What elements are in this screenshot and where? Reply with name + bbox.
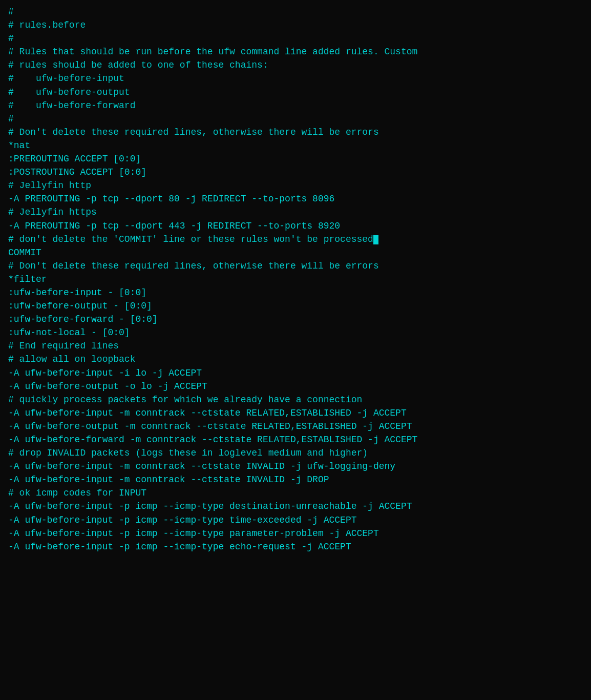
code-line: COMMIT (8, 246, 583, 259)
code-line: -A ufw-before-input -p icmp --icmp-type … (8, 540, 583, 553)
code-line: # rules should be added to one of these … (8, 58, 583, 72)
text-cursor (373, 235, 378, 244)
code-line: :ufw-before-forward - [0:0] (8, 313, 583, 326)
code-line: # Don't delete these required lines, oth… (8, 259, 583, 273)
code-line: *filter (8, 273, 583, 286)
code-line: :PREROUTING ACCEPT [0:0] (8, 152, 583, 166)
code-line: # (8, 112, 583, 126)
code-line: :ufw-not-local - [0:0] (8, 326, 583, 339)
code-line: -A ufw-before-forward -m conntrack --cts… (8, 433, 583, 446)
code-line: -A ufw-before-output -o lo -j ACCEPT (8, 380, 583, 393)
code-line: # (8, 5, 583, 18)
code-line: -A ufw-before-input -m conntrack --ctsta… (8, 460, 583, 473)
code-line: # quickly process packets for which we a… (8, 393, 583, 406)
code-line: # Jellyfin http (8, 179, 583, 192)
code-line: # Jellyfin https (8, 205, 583, 219)
code-line: # ok icmp codes for INPUT (8, 486, 583, 500)
code-line: :ufw-before-input - [0:0] (8, 286, 583, 299)
code-line: -A ufw-before-output -m conntrack --ctst… (8, 420, 583, 433)
code-line: *nat (8, 139, 583, 152)
code-line: # ufw-before-forward (8, 99, 583, 112)
code-line: -A ufw-before-input -p icmp --icmp-type … (8, 527, 583, 540)
code-line: # don't delete the 'COMMIT' line or thes… (8, 233, 583, 246)
code-line: # End required lines (8, 339, 583, 353)
code-line: -A PREROUTING -p tcp --dport 443 -j REDI… (8, 219, 583, 233)
code-line: # ufw-before-output (8, 86, 583, 99)
code-line: :POSTROUTING ACCEPT [0:0] (8, 166, 583, 179)
code-line: -A ufw-before-input -m conntrack --ctsta… (8, 406, 583, 420)
code-line: # ufw-before-input (8, 72, 583, 85)
code-line: -A PREROUTING -p tcp --dport 80 -j REDIR… (8, 192, 583, 205)
code-line: # drop INVALID packets (logs these in lo… (8, 446, 583, 460)
code-line: :ufw-before-output - [0:0] (8, 299, 583, 313)
code-line: -A ufw-before-input -p icmp --icmp-type … (8, 500, 583, 513)
code-line: # allow all on loopback (8, 353, 583, 366)
code-line: -A ufw-before-input -p icmp --icmp-type … (8, 513, 583, 527)
code-line: # (8, 32, 583, 45)
code-line: # Don't delete these required lines, oth… (8, 126, 583, 139)
code-line: -A ufw-before-input -i lo -j ACCEPT (8, 366, 583, 380)
code-line: # Rules that should be run before the uf… (8, 45, 583, 58)
code-line: # rules.before (8, 18, 583, 32)
code-editor: ## rules.before## Rules that should be r… (8, 5, 583, 553)
code-line: -A ufw-before-input -m conntrack --ctsta… (8, 473, 583, 486)
